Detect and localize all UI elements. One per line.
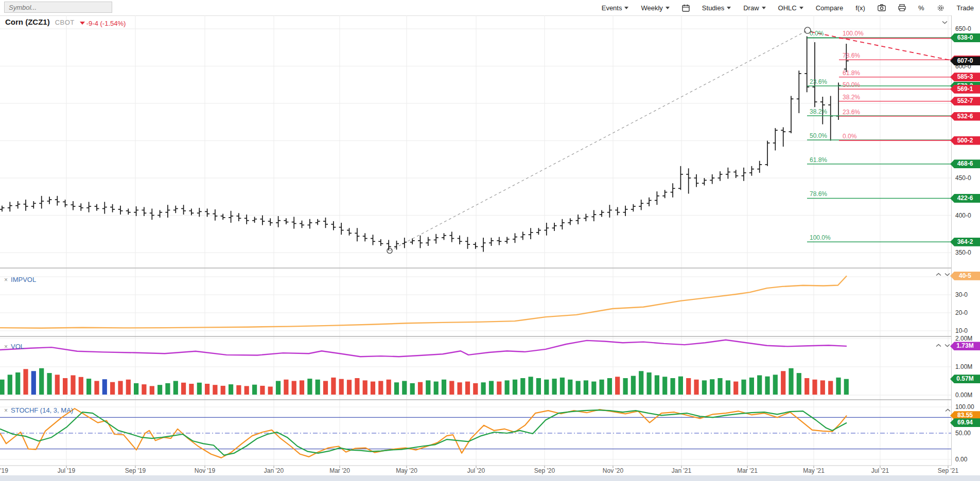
fib-red-label: 50.0%: [843, 81, 860, 88]
collapse-up-icon[interactable]: [936, 273, 941, 276]
panel-title-impvol[interactable]: × IMPVOL: [4, 276, 36, 283]
vol-panel-collapse: [936, 344, 950, 347]
main-panel-collapse: [942, 21, 948, 24]
date-axis-label: Jul '20: [467, 467, 485, 474]
vol-label: VOL: [11, 343, 24, 350]
fib-green-label: 61.8%: [810, 156, 827, 164]
collapse-down-icon[interactable]: [945, 408, 951, 412]
price-badge-569-1: 569-1: [950, 85, 980, 94]
stoch-panel-collapse: [945, 408, 951, 412]
close-icon[interactable]: ×: [4, 277, 8, 283]
symbol-name: Corn (ZCZ1): [5, 17, 50, 26]
price-badge-585-3: 585-3: [950, 73, 980, 81]
date-axis-label: Jul '19: [58, 467, 75, 474]
date-axis-label: Sep '20: [534, 467, 555, 474]
stoch-d-line: [0, 410, 847, 455]
stoch-label: STOCHF (14, 3, MA): [11, 406, 73, 414]
date-axis-label: Mar '20: [329, 467, 350, 474]
impvol-panel-collapse: [936, 273, 950, 276]
date-axis-label: Sep '21: [938, 467, 958, 474]
collapse-down-icon[interactable]: [944, 344, 950, 347]
date-axis-label: Jan '21: [672, 467, 691, 474]
fib-red-label: 0.0%: [843, 133, 856, 140]
fib-green-label: 23.6%: [810, 78, 827, 85]
fib-red-label: 61.8%: [843, 69, 860, 77]
fib-red-label: 23.6%: [843, 109, 860, 116]
volume-bars: [0, 368, 849, 395]
chart-application: EventsWeeklyStudiesDrawOHLCComparef(x)%T…: [0, 0, 980, 481]
price-badge-638-0: 638-0: [950, 33, 980, 42]
collapse-down-icon[interactable]: [944, 273, 950, 276]
impvol-label: IMPVOL: [11, 276, 36, 283]
price-badge-607-0: 607-0: [950, 57, 980, 65]
down-arrow-icon: [80, 22, 85, 25]
ohlc-bars: [0, 37, 849, 252]
price-badge-422-6: 422-6: [950, 194, 980, 203]
vol-axis-label: 2.00M: [955, 335, 979, 342]
fib-green-label: 0.0%: [810, 30, 824, 37]
vol-value-badge: 0.57M: [950, 375, 980, 383]
date-axis-label: Jan '20: [264, 467, 284, 474]
impvol-axis-label: 10-0: [955, 327, 979, 334]
fib-green-label: 100.0%: [810, 234, 831, 241]
stoch-axis-label: 50.00: [955, 430, 979, 437]
vol-axis-label: 1.00M: [955, 363, 979, 370]
collapse-down-icon[interactable]: [942, 21, 948, 24]
price-change: -9-4 (-1.54%): [80, 20, 126, 27]
date-axis-label: Nov '19: [195, 467, 215, 474]
fib-red-label: 38.2%: [843, 94, 860, 101]
date-axis-label: May '19: [0, 467, 8, 474]
fib-retracement-green[interactable]: [807, 38, 952, 242]
vol-axis-label: 0.00M: [955, 391, 979, 399]
change-value: -9-4 (-1.54%): [86, 20, 126, 27]
fib-green-label: 50.0%: [810, 132, 827, 139]
price-badge-468-6: 468-6: [950, 159, 980, 168]
price-badge-552-7: 552-7: [950, 97, 980, 105]
vol-ma-line: [0, 340, 847, 357]
price-axis-label: 400-0: [955, 212, 979, 219]
date-axis-label: Jul '21: [871, 467, 889, 474]
date-axis-label: May '20: [396, 467, 417, 474]
fib-red-label: 78.6%: [843, 52, 860, 59]
impvol-axis-label: 30-0: [955, 291, 979, 298]
fib-green-label: 38.2%: [810, 108, 827, 115]
date-axis-label: Mar '21: [737, 467, 758, 474]
date-axis-label: Sep '19: [125, 467, 146, 474]
vol-value-badge: 1.73M: [950, 342, 980, 350]
panel-title-stoch[interactable]: × STOCHF (14, 3, MA): [4, 406, 73, 414]
date-axis-label: May '21: [803, 467, 825, 474]
price-badge-364-2: 364-2: [950, 238, 980, 246]
chart-title: Corn (ZCZ1) CBOT -9-4 (-1.54%): [5, 17, 126, 27]
close-icon[interactable]: ×: [4, 407, 8, 414]
exchange-label: CBOT: [55, 19, 75, 26]
panel-title-vol[interactable]: × VOL: [4, 343, 24, 350]
price-axis-label: 450-0: [955, 174, 979, 182]
fib-green-label: 78.6%: [810, 190, 827, 198]
fib-red-label: 100.0%: [843, 30, 864, 37]
price-axis-label: 650-0: [955, 25, 979, 32]
price-axis-label: 350-0: [955, 249, 979, 256]
price-badge-500-2: 500-2: [950, 136, 980, 145]
stoch-axis-label: 0.00: [955, 456, 979, 463]
stoch-axis-label: 100.00: [955, 403, 979, 411]
stoch-value-badge: 69.94: [950, 418, 980, 427]
impvol-value-badge: 40-5: [950, 272, 980, 280]
impvol-axis-label: 20-0: [955, 309, 979, 316]
chart-canvas[interactable]: [0, 0, 980, 481]
collapse-up-icon[interactable]: [936, 344, 941, 347]
close-icon[interactable]: ×: [4, 344, 8, 350]
horizontal-scrollbar[interactable]: [0, 475, 980, 481]
date-axis-label: Nov '20: [603, 467, 623, 474]
impvol-line: [0, 276, 847, 328]
price-badge-532-6: 532-6: [950, 112, 980, 121]
